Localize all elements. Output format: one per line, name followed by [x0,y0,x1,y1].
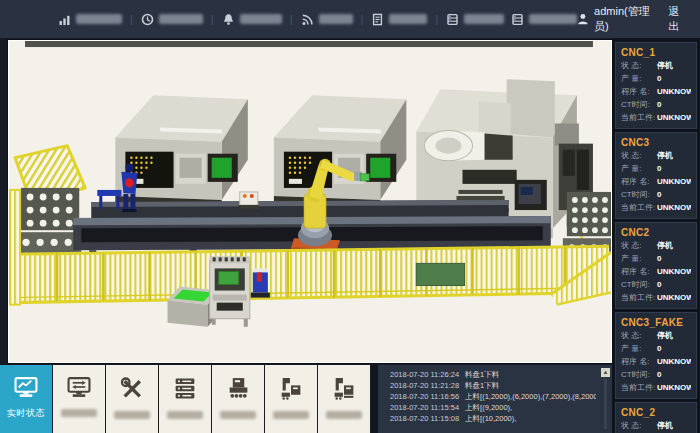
fence-sign [416,263,464,285]
nav-separator: | [290,13,293,25]
panel-title: CNC3_FAKE [621,317,691,328]
log-entry: 2018-07-20 11:26:24料盘1下料 [390,369,596,380]
toolbar-button-2[interactable] [53,365,106,433]
panel-title: CNC3 [621,137,691,148]
nav-label-redacted [240,14,282,24]
green-screen [370,158,390,178]
nav-item-2[interactable] [141,13,203,26]
conveyor-machine-icon [225,376,251,401]
status-field: CT时间:0 [621,188,691,201]
username: admin(管理员) [594,4,663,34]
status-field: 当前工件:UNKNOWN [621,291,691,304]
monitor-chart-icon [13,376,39,399]
status-field: 产 量:0 [621,162,691,175]
log-entry: 2018-07-20 11:16:56上料[(1,2000),(6,2000),… [390,391,596,402]
mini-station [239,192,259,209]
status-panel-cnc-2: CNC_2 状 态:停机 [615,402,697,433]
nav-separator: | [435,13,438,25]
toolbar-button-realtime-status[interactable]: 实时状态 [0,365,53,433]
database-icon [511,13,524,26]
main-nav: | | | | | [58,13,577,26]
toolbar-label-redacted [273,411,309,419]
status-field: 当前工件:UNKNOWN [621,381,691,394]
toolbar-button-6[interactable] [265,365,318,433]
toolbar-button-7[interactable] [318,365,371,433]
back-wall [25,41,593,47]
nav-label-redacted [464,14,504,24]
rss-icon [301,13,314,26]
cabinet-screen [219,271,239,284]
nav-item-6[interactable] [446,13,504,26]
toolbar-label-redacted [114,411,150,419]
nav-item-1[interactable] [58,13,122,26]
safety-fence-left [10,190,20,305]
toolbar-label-redacted [61,409,97,417]
nav-item-5[interactable] [371,13,427,26]
status-panel-cnc2: CNC2 状 态:停机 产 量:0 程序 名:UNKNOWN CT时间:0 当前… [615,222,697,309]
nav-item-7[interactable] [511,13,577,26]
report-icon [371,13,384,26]
machine-status-sidebar: CNC_1 状 态:停机 产 量:0 程序 名:UNKNOWN CT时间:0 当… [612,38,700,433]
factory-3d-viewport[interactable] [8,40,612,363]
status-field: CT时间:0 [621,368,691,381]
panel-title: CNC_1 [621,47,691,58]
status-field: 程序 名:UNKNOWN [621,265,691,278]
robot-load-icon [278,376,304,401]
nav-item-4[interactable] [301,13,353,26]
toolbar-button-3[interactable] [106,365,159,433]
status-field: 产 量:0 [621,72,691,85]
person-icon [577,13,589,25]
nav-separator: | [130,13,133,25]
nav-label-redacted [76,14,122,24]
status-field: 状 态:停机 [621,329,691,342]
bottom-toolbar: 实时状态 [0,365,378,433]
status-field: 程序 名:UNKNOWN [621,355,691,368]
event-log[interactable]: 2018-07-20 11:26:24料盘1下料 2018-07-20 11:2… [378,365,612,433]
status-field: 状 态:停机 [621,239,691,252]
log-entry: 2018-07-20 11:15:54上料[(9,2000), [390,402,596,413]
monitor-sync-icon [66,376,92,399]
toolbar-button-4[interactable] [159,365,212,433]
nav-label-redacted [159,14,203,24]
status-field: 当前工件:UNKNOWN [621,201,691,214]
toolbar-button-label: 实时状态 [7,407,45,420]
scroll-up-icon[interactable]: ▲ [601,368,610,377]
status-panel-cnc3-fake: CNC3_FAKE 状 态:停机 产 量:0 程序 名:UNKNOWN CT时间… [615,312,697,399]
status-panel-cnc-1: CNC_1 状 态:停机 产 量:0 程序 名:UNKNOWN CT时间:0 当… [615,42,697,129]
database-icon [446,13,459,26]
status-field: 产 量:0 [621,252,691,265]
user-menu[interactable]: admin(管理员) 退出 [577,4,690,34]
status-field: 程序 名:UNKNOWN [621,85,691,98]
status-field: 状 态:停机 [621,59,691,72]
cnc-machine-2 [274,95,406,210]
status-field: 当前工件:UNKNOWN [621,111,691,124]
clock-icon [141,13,154,26]
status-field: 状 态:停机 [621,149,691,162]
robot-unload-icon [331,376,357,401]
toolbar-label-redacted [167,411,203,419]
log-entry: 2018-07-20 11:21:28料盘1下料 [390,380,596,391]
status-field: 状 态:停机 [621,419,691,432]
status-field: CT时间:0 [621,98,691,111]
log-entry: 2018-07-20 11:15:08上料[(10,2000), [390,413,596,424]
scene-3d [9,41,611,362]
nav-item-3[interactable] [222,13,282,26]
toolbar-button-5[interactable] [212,365,265,433]
nav-label-redacted [389,14,427,24]
status-field: 产 量:0 [621,342,691,355]
top-menu-bar: | | | | | admin(管理员) [0,0,700,38]
panel-title: CNC_2 [621,407,691,418]
server-icon [172,376,198,401]
status-field: CT时间:0 [621,278,691,291]
green-screen [212,158,232,178]
panel-title: CNC2 [621,227,691,238]
logout-link[interactable]: 退出 [668,4,690,34]
blue-trolley [251,268,270,297]
log-scrollbar[interactable] [604,379,607,429]
tools-icon [119,376,145,401]
toolbar-label-redacted [326,411,362,419]
nav-label-redacted [319,14,353,24]
bell-icon [222,13,235,26]
nav-separator: | [361,13,364,25]
status-field: 程序 名:UNKNOWN [621,175,691,188]
